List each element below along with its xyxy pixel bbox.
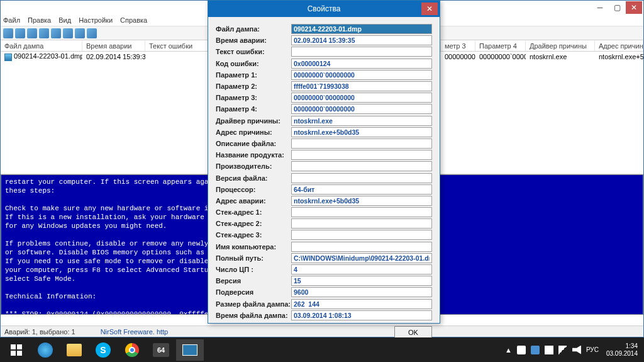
tray-icon-1[interactable] [517, 346, 526, 354]
prop-label: Параметр 4: [216, 105, 291, 113]
taskbar-explorer-icon[interactable] [60, 339, 88, 361]
prop-value-input[interactable] [291, 310, 432, 320]
col-addr[interactable]: Адрес причины [595, 41, 643, 51]
prop-value-input[interactable] [291, 299, 432, 309]
prop-value-input[interactable] [291, 139, 432, 149]
taskbar-clock[interactable]: 1:34 03.09.2014 [606, 342, 638, 358]
prop-value-input[interactable] [291, 59, 432, 69]
menu-options[interactable]: Настройки [79, 16, 113, 24]
prop-value-input[interactable] [291, 276, 432, 286]
status-link[interactable]: NirSoft Freeware. http [101, 328, 169, 336]
prop-value-input[interactable] [291, 47, 432, 57]
ok-button[interactable]: OK [394, 326, 432, 339]
maximize-button[interactable]: ▢ [609, 1, 625, 14]
prop-value-input[interactable] [291, 287, 432, 297]
col-param4[interactable]: Параметр 4 [475, 41, 526, 51]
tray-volume-icon[interactable] [572, 346, 581, 354]
prop-value-input[interactable] [291, 150, 432, 160]
prop-row: Версия файла: [216, 172, 432, 183]
prop-label: Стек-адрес 1: [216, 208, 291, 216]
menu-file[interactable]: Файл [3, 16, 20, 24]
col-dumpfile[interactable]: Файл дампа [1, 41, 82, 51]
prop-label: Стек-адрес 3: [216, 231, 291, 239]
menu-help[interactable]: Справка [120, 16, 147, 24]
prop-label: Драйвер причины: [216, 117, 291, 125]
taskbar-bluescreenview[interactable] [176, 339, 204, 361]
dialog-title: Свойства [308, 4, 341, 13]
prop-row: Стек-адрес 3: [216, 229, 432, 240]
col-driver[interactable]: Драйвер причины [526, 41, 595, 51]
tray-network-icon[interactable] [558, 346, 567, 354]
prop-value-input[interactable] [291, 127, 432, 137]
dialog-body: Файл дампа:Время аварии:Текст ошибки:Код… [208, 17, 440, 324]
prop-label: Файл дампа: [216, 25, 291, 33]
prop-label: Текст ошибки: [216, 48, 291, 55]
tray-language[interactable]: РУС [586, 346, 599, 353]
menu-edit[interactable]: Правка [28, 16, 51, 24]
prop-row: Адрес причины: [216, 127, 432, 138]
prop-value-input[interactable] [291, 161, 432, 171]
prop-label: Название продукта: [216, 151, 291, 159]
toolbar-icon-6[interactable] [63, 28, 73, 38]
col-crashtime[interactable]: Время аварии [82, 41, 145, 51]
taskbar-skype-icon[interactable]: S [89, 339, 117, 361]
toolbar-icon-8[interactable] [87, 28, 97, 38]
prop-value-input[interactable] [291, 218, 432, 229]
toolbar-icon-7[interactable] [75, 28, 85, 38]
prop-value-input[interactable] [291, 230, 432, 240]
cell-addr: ntoskrnl.exe+5b0 [595, 52, 643, 61]
dialog-close-button[interactable]: ✕ [421, 3, 438, 15]
start-button[interactable] [3, 339, 30, 361]
prop-value-input[interactable] [291, 81, 432, 91]
toolbar-icon-3[interactable] [27, 28, 37, 38]
taskbar-chrome-icon[interactable] [118, 339, 146, 361]
minimize-button[interactable]: ─ [592, 1, 608, 14]
prop-value-input[interactable] [291, 264, 432, 274]
prop-value-input[interactable] [291, 93, 432, 103]
prop-row: Полный путь: [216, 252, 432, 264]
taskbar-ie-icon[interactable] [31, 339, 59, 361]
cell-time: 02.09.2014 15:39:35 [82, 52, 145, 61]
prop-label: Время аварии: [216, 37, 291, 44]
prop-label: Время файла дампа: [216, 312, 291, 319]
properties-dialog: Свойства ✕ Файл дампа:Время аварии:Текст… [208, 0, 440, 324]
prop-value-input[interactable] [291, 196, 432, 206]
svg-rect-0 [11, 344, 16, 349]
prop-label: Адрес аварии: [216, 197, 291, 205]
prop-value-input[interactable] [291, 35, 432, 45]
prop-row: Размер файла дампа: [216, 298, 432, 310]
toolbar-icon-1[interactable] [3, 28, 13, 38]
prop-value-input[interactable] [291, 242, 432, 252]
toolbar-icon-4[interactable] [39, 28, 49, 38]
prop-label: Размер файла дампа: [216, 300, 291, 308]
close-button[interactable]: ✕ [626, 1, 642, 14]
prop-value-input[interactable] [291, 24, 432, 34]
prop-value-input[interactable] [291, 116, 432, 126]
col-param3[interactable]: метр 3 [441, 41, 475, 51]
toolbar-icon-2[interactable] [15, 28, 25, 38]
svg-rect-1 [17, 344, 22, 349]
prop-value-input[interactable] [291, 253, 432, 263]
prop-row: Время аварии: [216, 35, 432, 46]
prop-label: Параметр 3: [216, 94, 291, 101]
prop-row: Версия [216, 275, 432, 286]
prop-value-input[interactable] [291, 70, 432, 80]
menu-view[interactable]: Вид [58, 16, 71, 24]
prop-row: Файл дампа: [216, 23, 432, 35]
prop-value-input[interactable] [291, 184, 432, 195]
dialog-titlebar: Свойства ✕ [208, 1, 440, 17]
taskbar-app-64[interactable]: 64 [147, 339, 175, 361]
status-bar: Аварий: 1, выбрано: 1 NirSoft Freeware. … [1, 325, 643, 337]
toolbar-icon-5[interactable] [51, 28, 61, 38]
tray-flag-icon[interactable] [545, 346, 553, 354]
prop-row: Имя компьютера: [216, 241, 432, 252]
cell-drv: ntoskrnl.exe [526, 52, 595, 61]
prop-value-input[interactable] [291, 173, 432, 183]
tray-chevron-icon[interactable]: ▲ [505, 346, 512, 354]
svg-rect-2 [11, 351, 16, 356]
tray-icon-2[interactable] [531, 346, 540, 354]
system-tray: ▲ РУС 1:34 03.09.2014 [505, 342, 641, 358]
prop-row: Подверсия [216, 286, 432, 298]
prop-value-input[interactable] [291, 207, 432, 217]
prop-value-input[interactable] [291, 104, 432, 114]
